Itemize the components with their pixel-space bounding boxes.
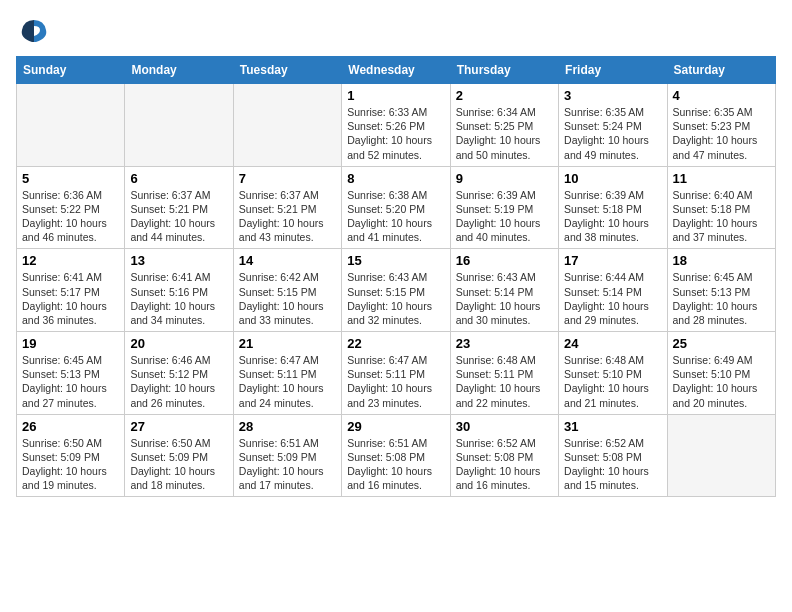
calendar-day-29: 29Sunrise: 6:51 AM Sunset: 5:08 PM Dayli… — [342, 414, 450, 497]
day-info: Sunrise: 6:48 AM Sunset: 5:10 PM Dayligh… — [564, 353, 661, 410]
day-number: 31 — [564, 419, 661, 434]
page-header — [16, 16, 776, 46]
day-number: 29 — [347, 419, 444, 434]
day-info: Sunrise: 6:35 AM Sunset: 5:23 PM Dayligh… — [673, 105, 770, 162]
day-number: 30 — [456, 419, 553, 434]
day-number: 20 — [130, 336, 227, 351]
day-number: 11 — [673, 171, 770, 186]
day-number: 25 — [673, 336, 770, 351]
day-number: 1 — [347, 88, 444, 103]
day-info: Sunrise: 6:33 AM Sunset: 5:26 PM Dayligh… — [347, 105, 444, 162]
calendar-empty — [667, 414, 775, 497]
calendar-day-16: 16Sunrise: 6:43 AM Sunset: 5:14 PM Dayli… — [450, 249, 558, 332]
day-info: Sunrise: 6:46 AM Sunset: 5:12 PM Dayligh… — [130, 353, 227, 410]
calendar-day-9: 9Sunrise: 6:39 AM Sunset: 5:19 PM Daylig… — [450, 166, 558, 249]
day-number: 3 — [564, 88, 661, 103]
calendar-day-31: 31Sunrise: 6:52 AM Sunset: 5:08 PM Dayli… — [559, 414, 667, 497]
calendar-day-15: 15Sunrise: 6:43 AM Sunset: 5:15 PM Dayli… — [342, 249, 450, 332]
day-number: 12 — [22, 253, 119, 268]
calendar-day-30: 30Sunrise: 6:52 AM Sunset: 5:08 PM Dayli… — [450, 414, 558, 497]
day-number: 13 — [130, 253, 227, 268]
weekday-header-monday: Monday — [125, 57, 233, 84]
weekday-header-tuesday: Tuesday — [233, 57, 341, 84]
day-info: Sunrise: 6:37 AM Sunset: 5:21 PM Dayligh… — [239, 188, 336, 245]
calendar-day-21: 21Sunrise: 6:47 AM Sunset: 5:11 PM Dayli… — [233, 332, 341, 415]
day-info: Sunrise: 6:42 AM Sunset: 5:15 PM Dayligh… — [239, 270, 336, 327]
calendar-week-row: 26Sunrise: 6:50 AM Sunset: 5:09 PM Dayli… — [17, 414, 776, 497]
day-number: 15 — [347, 253, 444, 268]
calendar-table: SundayMondayTuesdayWednesdayThursdayFrid… — [16, 56, 776, 497]
day-info: Sunrise: 6:35 AM Sunset: 5:24 PM Dayligh… — [564, 105, 661, 162]
calendar-day-28: 28Sunrise: 6:51 AM Sunset: 5:09 PM Dayli… — [233, 414, 341, 497]
day-info: Sunrise: 6:47 AM Sunset: 5:11 PM Dayligh… — [239, 353, 336, 410]
day-number: 24 — [564, 336, 661, 351]
calendar-day-7: 7Sunrise: 6:37 AM Sunset: 5:21 PM Daylig… — [233, 166, 341, 249]
calendar-day-22: 22Sunrise: 6:47 AM Sunset: 5:11 PM Dayli… — [342, 332, 450, 415]
day-info: Sunrise: 6:52 AM Sunset: 5:08 PM Dayligh… — [564, 436, 661, 493]
calendar-empty — [233, 84, 341, 167]
day-number: 10 — [564, 171, 661, 186]
day-number: 21 — [239, 336, 336, 351]
calendar-day-6: 6Sunrise: 6:37 AM Sunset: 5:21 PM Daylig… — [125, 166, 233, 249]
calendar-day-17: 17Sunrise: 6:44 AM Sunset: 5:14 PM Dayli… — [559, 249, 667, 332]
day-info: Sunrise: 6:47 AM Sunset: 5:11 PM Dayligh… — [347, 353, 444, 410]
day-number: 23 — [456, 336, 553, 351]
day-info: Sunrise: 6:36 AM Sunset: 5:22 PM Dayligh… — [22, 188, 119, 245]
day-number: 7 — [239, 171, 336, 186]
calendar-day-2: 2Sunrise: 6:34 AM Sunset: 5:25 PM Daylig… — [450, 84, 558, 167]
weekday-header-thursday: Thursday — [450, 57, 558, 84]
day-info: Sunrise: 6:51 AM Sunset: 5:08 PM Dayligh… — [347, 436, 444, 493]
day-info: Sunrise: 6:43 AM Sunset: 5:15 PM Dayligh… — [347, 270, 444, 327]
calendar-day-13: 13Sunrise: 6:41 AM Sunset: 5:16 PM Dayli… — [125, 249, 233, 332]
calendar-week-row: 19Sunrise: 6:45 AM Sunset: 5:13 PM Dayli… — [17, 332, 776, 415]
calendar-day-5: 5Sunrise: 6:36 AM Sunset: 5:22 PM Daylig… — [17, 166, 125, 249]
day-info: Sunrise: 6:38 AM Sunset: 5:20 PM Dayligh… — [347, 188, 444, 245]
calendar-day-1: 1Sunrise: 6:33 AM Sunset: 5:26 PM Daylig… — [342, 84, 450, 167]
logo — [16, 16, 56, 46]
calendar-day-18: 18Sunrise: 6:45 AM Sunset: 5:13 PM Dayli… — [667, 249, 775, 332]
calendar-day-8: 8Sunrise: 6:38 AM Sunset: 5:20 PM Daylig… — [342, 166, 450, 249]
calendar-day-26: 26Sunrise: 6:50 AM Sunset: 5:09 PM Dayli… — [17, 414, 125, 497]
day-number: 28 — [239, 419, 336, 434]
day-info: Sunrise: 6:51 AM Sunset: 5:09 PM Dayligh… — [239, 436, 336, 493]
calendar-day-25: 25Sunrise: 6:49 AM Sunset: 5:10 PM Dayli… — [667, 332, 775, 415]
weekday-header-row: SundayMondayTuesdayWednesdayThursdayFrid… — [17, 57, 776, 84]
calendar-day-14: 14Sunrise: 6:42 AM Sunset: 5:15 PM Dayli… — [233, 249, 341, 332]
day-info: Sunrise: 6:44 AM Sunset: 5:14 PM Dayligh… — [564, 270, 661, 327]
calendar-empty — [17, 84, 125, 167]
calendar-day-27: 27Sunrise: 6:50 AM Sunset: 5:09 PM Dayli… — [125, 414, 233, 497]
day-number: 6 — [130, 171, 227, 186]
day-number: 5 — [22, 171, 119, 186]
day-info: Sunrise: 6:50 AM Sunset: 5:09 PM Dayligh… — [22, 436, 119, 493]
day-info: Sunrise: 6:48 AM Sunset: 5:11 PM Dayligh… — [456, 353, 553, 410]
day-number: 4 — [673, 88, 770, 103]
day-number: 22 — [347, 336, 444, 351]
calendar-day-12: 12Sunrise: 6:41 AM Sunset: 5:17 PM Dayli… — [17, 249, 125, 332]
calendar-day-4: 4Sunrise: 6:35 AM Sunset: 5:23 PM Daylig… — [667, 84, 775, 167]
calendar-day-19: 19Sunrise: 6:45 AM Sunset: 5:13 PM Dayli… — [17, 332, 125, 415]
day-number: 27 — [130, 419, 227, 434]
day-info: Sunrise: 6:39 AM Sunset: 5:19 PM Dayligh… — [456, 188, 553, 245]
calendar-day-3: 3Sunrise: 6:35 AM Sunset: 5:24 PM Daylig… — [559, 84, 667, 167]
day-number: 18 — [673, 253, 770, 268]
calendar-day-23: 23Sunrise: 6:48 AM Sunset: 5:11 PM Dayli… — [450, 332, 558, 415]
calendar-empty — [125, 84, 233, 167]
weekday-header-sunday: Sunday — [17, 57, 125, 84]
day-info: Sunrise: 6:52 AM Sunset: 5:08 PM Dayligh… — [456, 436, 553, 493]
day-info: Sunrise: 6:41 AM Sunset: 5:16 PM Dayligh… — [130, 270, 227, 327]
day-number: 17 — [564, 253, 661, 268]
day-info: Sunrise: 6:37 AM Sunset: 5:21 PM Dayligh… — [130, 188, 227, 245]
weekday-header-wednesday: Wednesday — [342, 57, 450, 84]
logo-icon — [16, 16, 52, 46]
calendar-day-11: 11Sunrise: 6:40 AM Sunset: 5:18 PM Dayli… — [667, 166, 775, 249]
day-info: Sunrise: 6:50 AM Sunset: 5:09 PM Dayligh… — [130, 436, 227, 493]
day-info: Sunrise: 6:34 AM Sunset: 5:25 PM Dayligh… — [456, 105, 553, 162]
calendar-day-20: 20Sunrise: 6:46 AM Sunset: 5:12 PM Dayli… — [125, 332, 233, 415]
day-info: Sunrise: 6:49 AM Sunset: 5:10 PM Dayligh… — [673, 353, 770, 410]
weekday-header-saturday: Saturday — [667, 57, 775, 84]
day-info: Sunrise: 6:45 AM Sunset: 5:13 PM Dayligh… — [22, 353, 119, 410]
day-number: 16 — [456, 253, 553, 268]
calendar-week-row: 5Sunrise: 6:36 AM Sunset: 5:22 PM Daylig… — [17, 166, 776, 249]
calendar-week-row: 12Sunrise: 6:41 AM Sunset: 5:17 PM Dayli… — [17, 249, 776, 332]
day-number: 9 — [456, 171, 553, 186]
